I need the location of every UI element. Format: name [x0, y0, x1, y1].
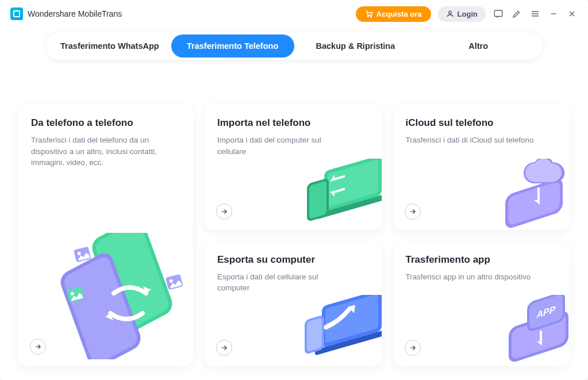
- svg-rect-8: [74, 247, 91, 263]
- card-title: Importa nel telefono: [217, 117, 369, 129]
- svg-rect-6: [58, 250, 144, 359]
- card-import[interactable]: Importa nel telefono Importa i dati del …: [205, 105, 382, 230]
- svg-rect-4: [90, 233, 175, 337]
- svg-rect-28: [527, 295, 565, 333]
- card-desc: Trasferisci i dati di iCloud sul telefon…: [406, 135, 538, 146]
- svg-point-11: [70, 291, 74, 295]
- arrow-button[interactable]: [405, 340, 421, 356]
- titlebar-right: Acquista ora Login: [356, 6, 578, 22]
- svg-rect-5: [94, 233, 171, 332]
- user-icon: [446, 10, 454, 18]
- card-desc: Importa i dati del computer sul cellular…: [217, 135, 349, 157]
- illustration-export-icon: [290, 295, 382, 366]
- svg-rect-29: [529, 295, 563, 330]
- card-export[interactable]: Esporta su computer Esporta i dati del c…: [205, 241, 382, 367]
- svg-rect-20: [508, 181, 560, 226]
- close-icon[interactable]: [566, 8, 578, 20]
- card-apps[interactable]: Trasferimento app Trasferisci app in un …: [393, 241, 570, 367]
- card-phone-to-phone[interactable]: Da telefono a telefono Trasferisci i dat…: [18, 105, 193, 366]
- app-title: Wondershare MobileTrans: [28, 9, 122, 18]
- svg-rect-14: [324, 159, 382, 212]
- app-logo-icon: [10, 7, 23, 20]
- illustration-apps-icon: APP: [478, 295, 570, 366]
- card-desc: Esporta i dati del cellulare sul compute…: [217, 271, 349, 294]
- svg-rect-7: [62, 254, 139, 359]
- arrow-button[interactable]: [30, 339, 46, 355]
- tab-backup-restore[interactable]: Backup & Ripristina: [294, 34, 417, 57]
- svg-rect-18: [309, 181, 326, 219]
- svg-rect-26: [509, 309, 568, 364]
- svg-rect-16: [317, 193, 382, 219]
- svg-rect-25: [307, 317, 322, 351]
- card-title: Trasferimento app: [406, 254, 558, 266]
- app-window: Wondershare MobileTrans Acquista ora Log…: [0, 0, 588, 380]
- illustration-icloud-icon: [478, 159, 570, 230]
- buy-label: Acquista ora: [376, 10, 422, 18]
- svg-rect-24: [305, 314, 324, 355]
- svg-point-9: [77, 251, 81, 255]
- svg-rect-21: [322, 295, 382, 348]
- card-desc: Trasferisci app in un altro dispositivo: [406, 271, 538, 283]
- svg-rect-19: [505, 176, 563, 229]
- tab-phone-transfer[interactable]: Trasferimento Telefono: [171, 34, 294, 57]
- login-label: Login: [458, 10, 478, 18]
- buy-button[interactable]: Acquista ora: [356, 6, 431, 22]
- svg-rect-15: [328, 159, 378, 207]
- svg-rect-17: [307, 178, 329, 222]
- illustration-import-icon: [290, 159, 382, 230]
- card-title: Esporta su computer: [217, 254, 369, 266]
- titlebar: Wondershare MobileTrans Acquista ora Log…: [0, 0, 588, 28]
- menu-icon[interactable]: [529, 8, 541, 20]
- tabs: Trasferimento WhatsApp Trasferimento Tel…: [46, 32, 542, 60]
- arrow-button[interactable]: [216, 340, 232, 356]
- svg-rect-10: [67, 287, 84, 303]
- card-icloud[interactable]: iCloud sul telefono Trasferisci i dati d…: [393, 105, 570, 230]
- svg-rect-22: [325, 295, 378, 343]
- svg-rect-23: [315, 329, 382, 356]
- svg-point-1: [370, 16, 371, 17]
- app-badge-text: APP: [536, 304, 556, 320]
- minimize-icon[interactable]: [548, 8, 559, 20]
- svg-point-2: [448, 11, 451, 14]
- tabs-row: Trasferimento WhatsApp Trasferimento Tel…: [0, 28, 588, 60]
- cart-icon: [365, 10, 373, 18]
- login-button[interactable]: Login: [438, 6, 486, 22]
- arrow-button[interactable]: [405, 204, 421, 220]
- edit-icon[interactable]: [511, 8, 522, 20]
- svg-point-13: [169, 279, 173, 283]
- svg-rect-3: [494, 10, 502, 17]
- svg-rect-12: [166, 274, 183, 290]
- card-title: iCloud sul telefono: [406, 117, 558, 129]
- illustration-phone-to-phone-icon: [56, 233, 193, 359]
- feedback-icon[interactable]: [493, 8, 504, 20]
- svg-rect-27: [512, 313, 566, 360]
- card-desc: Trasferisci i dati del telefono da un di…: [31, 135, 163, 168]
- card-title: Da telefono a telefono: [31, 117, 180, 129]
- tab-other[interactable]: Altro: [417, 34, 540, 57]
- svg-point-0: [367, 16, 368, 17]
- tab-whatsapp[interactable]: Trasferimento WhatsApp: [48, 34, 171, 57]
- content: Da telefono a telefono Trasferisci i dat…: [0, 60, 588, 380]
- arrow-button[interactable]: [216, 204, 232, 220]
